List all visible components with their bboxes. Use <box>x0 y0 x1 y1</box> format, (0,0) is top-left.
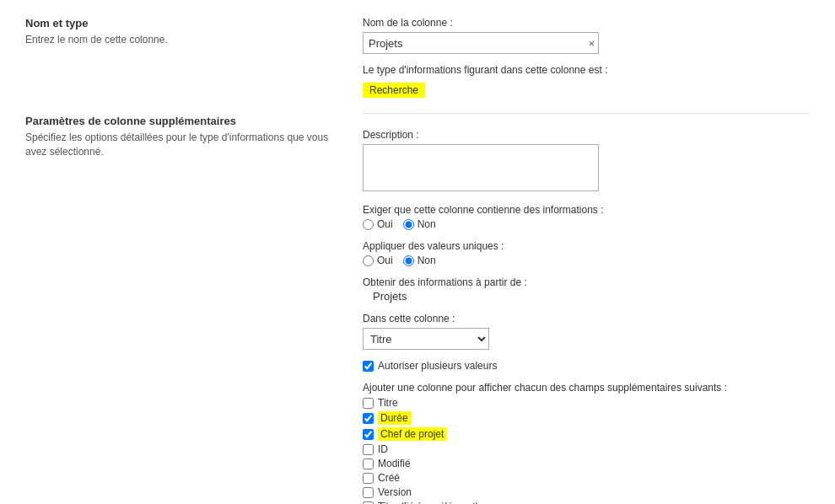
allow-multiple-field: Autoriser plusieurs valeurs <box>363 360 810 372</box>
description-field: Description : <box>363 129 810 194</box>
add-column-field: Ajouter une colonne pour afficher chacun… <box>363 382 810 504</box>
unique-radio-group: Oui Non <box>363 255 810 266</box>
section-extra-params: Paramètres de colonne supplémentaires Sp… <box>25 115 329 159</box>
section-desc-extra: Spécifiez les options détaillées pour le… <box>25 131 329 159</box>
unique-oui-label: Oui <box>377 255 393 266</box>
cb-duree-input[interactable] <box>363 413 374 424</box>
section-desc-name-type: Entrez le nom de cette colonne. <box>25 33 329 47</box>
description-textarea[interactable] <box>363 144 599 191</box>
cb-duree-label: Durée <box>378 411 411 425</box>
unique-non-label: Non <box>418 255 436 266</box>
divider-1 <box>363 113 810 114</box>
source-label: Obtenir des informations à partir de : <box>363 276 810 288</box>
cb-titre-lie[interactable]: Titre (lié à un élément) <box>363 501 810 504</box>
require-non-option[interactable]: Non <box>403 218 436 230</box>
cb-titre[interactable]: Titre <box>363 397 810 409</box>
require-field: Exiger que cette colonne contienne des i… <box>363 204 810 230</box>
require-oui-label: Oui <box>377 218 393 230</box>
cb-version-label: Version <box>378 486 412 498</box>
column-type-field: Le type d'informations figurant dans cet… <box>363 64 810 98</box>
column-type-badge: Recherche <box>363 83 425 98</box>
unique-non-option[interactable]: Non <box>403 255 436 266</box>
cb-duree[interactable]: Durée <box>363 411 810 425</box>
column-name-label: Nom de la colonne : <box>363 17 810 29</box>
cb-titre-input[interactable] <box>363 398 374 409</box>
require-radio-group: Oui Non <box>363 218 810 230</box>
cb-cree[interactable]: Créé <box>363 472 810 484</box>
cb-modifie-input[interactable] <box>363 458 374 469</box>
column-name-field: Nom de la colonne : × <box>363 17 810 54</box>
column-type-label: Le type d'informations figurant dans cet… <box>363 64 810 76</box>
cb-id[interactable]: ID <box>363 443 810 455</box>
source-field: Obtenir des informations à partir de : P… <box>363 276 810 303</box>
left-panel: Nom et type Entrez le nom de cette colon… <box>25 17 354 504</box>
require-non-label: Non <box>418 218 436 230</box>
cb-titre-label: Titre <box>378 397 398 409</box>
column-name-input-wrapper: × <box>363 32 599 54</box>
cb-id-input[interactable] <box>363 444 374 455</box>
section-name-type: Nom et type Entrez le nom de cette colon… <box>25 17 329 47</box>
add-column-label: Ajouter une colonne pour afficher chacun… <box>363 382 810 394</box>
cb-cree-label: Créé <box>378 472 400 484</box>
allow-multiple-checkbox[interactable] <box>363 361 374 372</box>
require-non-radio[interactable] <box>403 219 414 230</box>
cb-id-label: ID <box>378 443 388 455</box>
cb-chef-label: Chef de projet <box>378 427 446 441</box>
description-label: Description : <box>363 129 810 141</box>
in-column-field: Dans cette colonne : Titre ID Modifié Cr… <box>363 313 810 350</box>
checkbox-group: Titre Durée Chef de projet ID <box>363 397 810 504</box>
in-column-label: Dans cette colonne : <box>363 313 810 324</box>
cb-version-input[interactable] <box>363 487 374 498</box>
section-title-extra: Paramètres de colonne supplémentaires <box>25 115 329 127</box>
cb-titre-lie-input[interactable] <box>363 501 374 505</box>
column-name-clear-icon[interactable]: × <box>588 38 595 49</box>
require-oui-option[interactable]: Oui <box>363 218 393 230</box>
in-column-select-wrapper: Titre ID Modifié Créé <box>363 328 810 350</box>
cb-titre-lie-label: Titre (lié à un élément) <box>378 501 479 504</box>
unique-oui-radio[interactable] <box>363 255 374 266</box>
cb-cree-input[interactable] <box>363 473 374 484</box>
cb-modifie-label: Modifié <box>378 458 411 469</box>
source-value: Projets <box>363 290 810 303</box>
cb-chef-input[interactable] <box>363 429 374 440</box>
unique-label: Appliquer des valeurs uniques : <box>363 240 810 252</box>
require-oui-radio[interactable] <box>363 219 374 230</box>
column-name-input[interactable] <box>363 32 599 54</box>
cb-chef[interactable]: Chef de projet <box>363 427 810 441</box>
unique-field: Appliquer des valeurs uniques : Oui Non <box>363 240 810 266</box>
allow-multiple-label: Autoriser plusieurs valeurs <box>378 360 497 372</box>
cb-modifie[interactable]: Modifié <box>363 458 810 469</box>
cb-version[interactable]: Version <box>363 486 810 498</box>
unique-non-radio[interactable] <box>403 255 414 266</box>
main-layout: Nom et type Entrez le nom de cette colon… <box>25 17 810 504</box>
require-label: Exiger que cette colonne contienne des i… <box>363 204 810 216</box>
allow-multiple-option[interactable]: Autoriser plusieurs valeurs <box>363 360 810 372</box>
in-column-select[interactable]: Titre ID Modifié Créé <box>363 328 489 350</box>
right-panel: Nom de la colonne : × Le type d'informat… <box>354 17 810 504</box>
section-title-name-type: Nom et type <box>25 17 329 29</box>
unique-oui-option[interactable]: Oui <box>363 255 393 266</box>
